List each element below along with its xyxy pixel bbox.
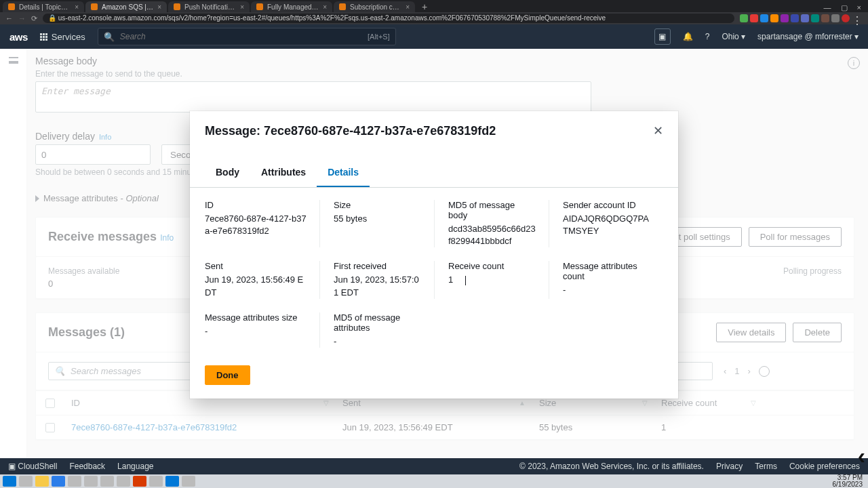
detail-value: - [205,325,307,338]
cloudshell-icon[interactable]: ▣ [654,28,671,45]
help-icon[interactable]: ? [705,32,710,41]
aws-footer: ▣ CloudShell Feedback Language © 2023, A… [0,458,868,474]
privacy-link[interactable]: Privacy [716,462,743,471]
tab-body[interactable]: Body [205,160,250,187]
extension-icon[interactable] [791,14,799,22]
extension-icon[interactable] [770,14,778,22]
tab-close-icon[interactable]: × [157,3,161,11]
detail-label: ID [205,200,307,210]
window-close-icon[interactable]: × [857,3,861,12]
detail-label: Receive count [448,261,536,271]
grid-icon [40,33,47,41]
browser-tab[interactable]: Details | Topics | Amazon SNS× [3,1,84,12]
detail-value: - [563,284,651,296]
detail-label: MD5 of message attributes [334,312,422,333]
cloudshell-link[interactable]: ▣ CloudShell [8,462,57,471]
extension-icon[interactable] [831,14,840,22]
account-menu[interactable]: spartansage @ mforrester ▾ [757,32,859,41]
start-button[interactable] [3,476,16,487]
detail-value: dcd33ab85956c66d23f8299441bbbdcf [448,223,536,247]
services-menu[interactable]: Services [40,32,85,42]
notifications-icon[interactable]: 🔔 [683,32,693,41]
message-details-modal: Message: 7ece8760-687e-4127-b37a-e7e6783… [190,111,678,399]
detail-label: First received [334,261,422,271]
extension-icon[interactable] [811,14,819,22]
extension-icon[interactable] [801,14,809,22]
detail-value: 7ece8760-687e-4127-b37a-e7e678319fd2 [205,213,307,237]
tab-close-icon[interactable]: × [240,3,244,11]
browser-tab[interactable]: Push Notification Service - Am× [168,1,250,12]
region-selector[interactable]: Ohio ▾ [722,32,745,41]
detail-value: - [334,336,422,348]
windows-taskbar: 3:57 PM6/19/2023 [0,474,868,488]
tab-close-icon[interactable]: × [406,3,410,11]
detail-label: MD5 of message body [448,200,536,220]
chrome-menu-icon[interactable]: ⋮ [852,14,863,22]
taskbar-app[interactable] [84,476,98,487]
modal-title: Message: 7ece8760-687e-4127-b37a-e7e6783… [205,124,496,138]
taskbar-app[interactable] [117,476,130,487]
detail-label: Size [334,200,422,210]
browser-tab[interactable]: Amazon SQS | Send and receive× [85,1,167,12]
extension-icon[interactable] [781,14,789,22]
taskbar-app[interactable] [182,476,195,487]
overlay-chevron-icon: ‹ [858,443,865,469]
done-button[interactable]: Done [205,365,250,385]
taskbar-app[interactable] [133,476,146,487]
extension-icon[interactable] [821,14,829,22]
browser-tab-strip: Details | Topics | Amazon SNS× Amazon SQ… [0,0,868,12]
copyright: © 2023, Amazon Web Services, Inc. or its… [519,462,704,471]
taskbar-clock[interactable]: 3:57 PM6/19/2023 [833,474,866,488]
browser-tab[interactable]: Fully Managed Message Queu× [251,1,332,12]
taskbar-app[interactable] [35,476,49,487]
taskbar-app[interactable] [165,476,179,487]
detail-value: Jun 19, 2023, 15:57:01 EDT [334,274,422,298]
avatar-icon[interactable] [842,14,850,22]
detail-value: 1 [448,274,536,286]
browser-tab[interactable]: Subscription confirm× [334,1,415,12]
console-search[interactable]: 🔍 [Alt+S] [98,28,396,45]
nav-reload-icon[interactable]: ⟳ [31,14,37,23]
window-minimize-icon[interactable]: — [824,3,831,12]
language-link[interactable]: Language [117,462,153,471]
terms-link[interactable]: Terms [755,462,777,471]
close-icon[interactable]: ✕ [653,123,663,138]
detail-value: 55 bytes [334,213,422,225]
aws-console-header: aws Services 🔍 [Alt+S] ▣ 🔔 ? Ohio ▾ spar… [0,24,868,49]
nav-back-icon[interactable]: ← [5,14,13,22]
detail-label: Message attributes count [563,261,651,281]
taskbar-app[interactable] [149,476,163,487]
window-maximize-icon[interactable]: ▢ [841,3,848,12]
extension-icon[interactable] [750,14,758,22]
cookie-prefs-link[interactable]: Cookie preferences [789,462,860,471]
aws-logo[interactable]: aws [9,31,28,43]
feedback-link[interactable]: Feedback [69,462,105,471]
text-cursor [465,276,466,285]
extension-icon[interactable] [740,14,748,22]
detail-label: Sent [205,261,307,271]
detail-value: Jun 19, 2023, 15:56:49 EDT [205,274,307,298]
tab-details[interactable]: Details [317,160,370,187]
search-icon: 🔍 [104,32,115,42]
taskbar-app[interactable] [68,476,81,487]
detail-label: Message attributes size [205,312,307,323]
extension-icons: ⋮ [740,14,863,22]
tab-close-icon[interactable]: × [323,3,327,11]
search-input[interactable] [120,32,362,41]
nav-forward-icon[interactable]: → [18,14,26,22]
tab-attributes[interactable]: Attributes [250,160,317,187]
detail-label: Sender account ID [563,200,651,210]
tab-close-icon[interactable]: × [75,3,79,11]
taskbar-app[interactable] [52,476,65,487]
detail-value: AIDAJQR6QDGQ7PATMSYEY [563,213,651,237]
search-shortcut: [Alt+S] [368,33,390,41]
extension-icon[interactable] [760,14,768,22]
taskbar-app[interactable] [100,476,114,487]
taskbar-app[interactable] [19,476,33,487]
address-bar[interactable]: 🔒 us-east-2.console.aws.amazon.com/sqs/v… [43,14,734,23]
new-tab-button[interactable]: + [416,1,433,12]
